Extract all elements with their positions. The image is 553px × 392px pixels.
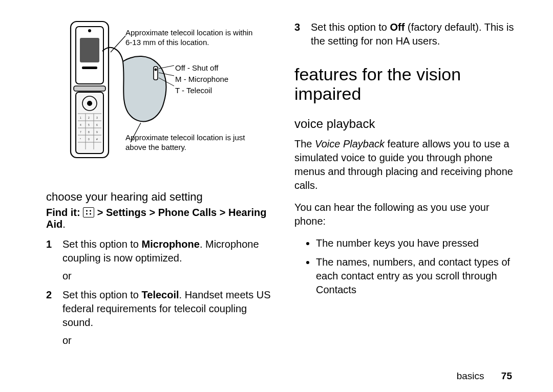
heading-choose-setting: choose your hearing aid setting xyxy=(46,190,274,204)
diagram-legend: Off - Shut off M - Microphone T - Teleco… xyxy=(175,62,228,96)
find-it-label: Find it: xyxy=(46,207,80,218)
right-column: Set this option to Off (factory default)… xyxy=(289,20,522,377)
legend-off: Off - Shut off xyxy=(175,62,228,74)
step-1: Set this option to Microphone. Microphon… xyxy=(46,237,274,283)
paragraph-voice-playback-intro: The Voice Playback feature allows you to… xyxy=(294,137,522,192)
subheading-voice-playback: voice playback xyxy=(294,117,522,131)
step-2: Set this option to Telecoil. Handset mee… xyxy=(46,288,274,347)
step-3: Set this option to Off (factory default)… xyxy=(294,20,522,48)
footer-section: basics xyxy=(457,371,484,381)
diagram-label-bottom: Approximate telecoil location is just ab… xyxy=(125,133,259,153)
or-2: or xyxy=(62,334,274,347)
menu-icon xyxy=(83,207,94,217)
legend-m: M - Microphone xyxy=(175,74,228,85)
find-it-path: Find it: > Settings > Phone Calls > Hear… xyxy=(46,207,274,230)
svg-point-29 xyxy=(155,69,157,71)
steps-list-right: Set this option to Off (factory default)… xyxy=(294,20,522,53)
bullet-list: The number keys you have pressed The nam… xyxy=(294,236,522,302)
section-title-vision: features for the vision impaired xyxy=(294,64,522,103)
legend-t: T - Telecoil xyxy=(175,85,228,96)
manual-page: 123 456 789 *0# xyxy=(0,0,553,392)
svg-line-30 xyxy=(111,36,125,52)
telecoil-diagram: 123 456 789 *0# xyxy=(46,20,274,169)
or-1: or xyxy=(62,269,274,283)
page-footer: basics 75 xyxy=(457,371,512,382)
paragraph-hear-following: You can hear the following as you use yo… xyxy=(294,201,522,228)
left-column: 123 456 789 *0# xyxy=(46,20,289,377)
steps-list-left: Set this option to Microphone. Microphon… xyxy=(46,237,274,353)
footer-page-number: 75 xyxy=(501,371,512,381)
diagram-label-top: Approximate telecoil location is within … xyxy=(125,28,259,48)
bullet-contact-info: The names, numbers, and contact types of… xyxy=(316,255,522,297)
bullet-number-keys: The number keys you have pressed xyxy=(316,236,522,250)
